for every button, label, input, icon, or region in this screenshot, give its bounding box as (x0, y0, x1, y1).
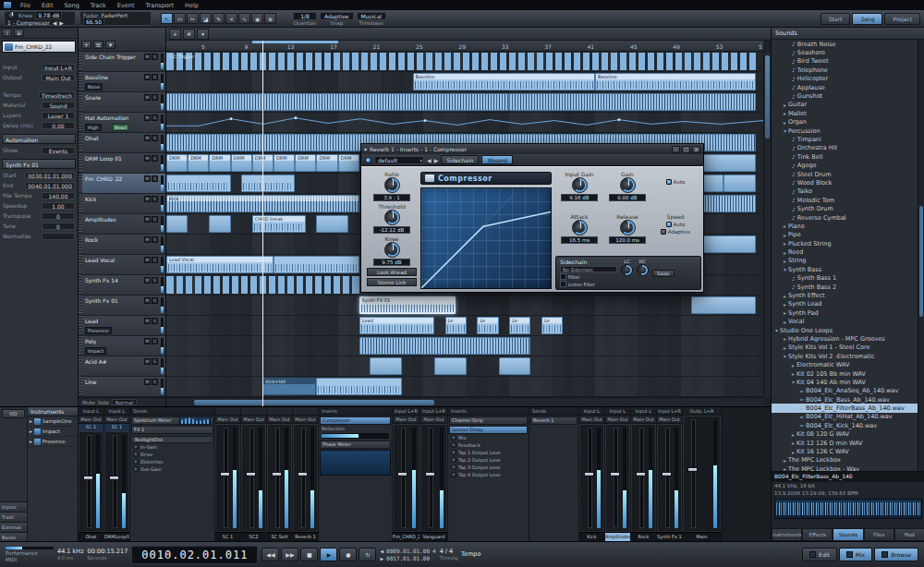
sidechain-button[interactable]: Sidechain (441, 155, 479, 164)
speed-auto-led[interactable] (666, 222, 672, 227)
tool-button[interactable]: ◪ (200, 13, 212, 24)
browser-tree-item[interactable]: Organ (772, 118, 918, 127)
tree-item-icon[interactable] (784, 249, 786, 256)
tree-item-icon[interactable] (784, 335, 786, 342)
channel-input-label[interactable] (293, 407, 318, 416)
param-knob[interactable] (451, 450, 456, 455)
fader-handle[interactable] (584, 472, 594, 477)
fader-handle[interactable] (272, 472, 282, 477)
horizontal-scrollbar[interactable] (166, 397, 763, 406)
browser-tree-item[interactable]: Applause (772, 83, 918, 91)
tree-item-icon[interactable] (792, 197, 796, 203)
transport-button[interactable]: ■ (300, 548, 318, 561)
solo-button[interactable]: S (152, 94, 158, 101)
vertical-scrollbar[interactable] (763, 52, 771, 397)
send-slot[interactable]: FX 1 (131, 426, 213, 434)
track-drag-handle[interactable] (79, 316, 82, 335)
row-value[interactable]: Layer 1 (42, 112, 75, 119)
channel-name[interactable]: Rock (631, 532, 656, 541)
clip[interactable] (316, 378, 402, 395)
row-value[interactable]: Input L+R (42, 64, 75, 71)
mute-button[interactable]: M (144, 338, 151, 344)
tree-item-icon[interactable] (792, 136, 796, 142)
browser-tree-item[interactable]: Reed (772, 247, 918, 256)
macro-target[interactable]: 1 - Compressor (7, 19, 50, 26)
insert-slot[interactable]: Phase Meter (320, 440, 391, 449)
device-param-row[interactable]: Feedback (448, 441, 529, 449)
clip[interactable]: DRM (295, 154, 316, 172)
window-menu-icon[interactable]: ▾ (364, 146, 367, 152)
clip[interactable] (723, 175, 756, 192)
release-value[interactable]: 120.0 ms (609, 236, 646, 244)
channel-output-label[interactable]: Main Out (241, 416, 266, 424)
param-knob[interactable] (451, 457, 456, 463)
browser-tree-item[interactable]: Studio One Loops (772, 326, 918, 334)
channel-fader-area[interactable] (242, 425, 265, 531)
browser-tree-item[interactable]: Mallet (772, 109, 918, 117)
attack-control[interactable]: Attack 16.5 ms (555, 211, 603, 254)
param-knob[interactable] (451, 435, 456, 440)
macro-knob-icon[interactable] (7, 11, 16, 19)
main-output-channel[interactable]: Outp. L+R Main (683, 407, 722, 541)
clip[interactable]: kick+fall (262, 378, 316, 395)
clip[interactable] (359, 337, 531, 355)
transport-button[interactable]: ● (339, 548, 357, 561)
tree-item-icon[interactable] (784, 301, 786, 308)
channel-name[interactable]: Main (683, 532, 721, 541)
stereo-link-toggle[interactable]: Stereo Link (367, 278, 417, 286)
track-menu-icon[interactable]: ≡ (93, 41, 103, 49)
mute-button[interactable]: M (144, 236, 151, 243)
row-value[interactable]: 0 (42, 212, 75, 220)
secondary-time-display[interactable]: 00:00:15.217 Seconds (88, 549, 128, 561)
mute-button[interactable]: M (144, 318, 151, 324)
channel-output-label[interactable]: Main Out (420, 416, 447, 424)
browser-tree-item[interactable]: Tink Bell (772, 152, 918, 161)
track-drag-handle[interactable] (79, 296, 82, 315)
browser-tree-item[interactable]: Wood Block (772, 178, 918, 187)
tree-item-icon[interactable] (792, 275, 796, 282)
input-gain-value[interactable]: 9.16 dB (561, 194, 598, 201)
clip[interactable]: Lead (359, 317, 434, 334)
param-knob[interactable] (451, 464, 456, 470)
browser-tree-item[interactable]: Seashore (772, 48, 918, 56)
track-name[interactable]: Synth Fx 14 (85, 277, 118, 284)
row-value[interactable]: Timestrech (39, 91, 75, 99)
fader-handle[interactable] (246, 472, 256, 477)
track-drag-handle[interactable] (79, 336, 82, 356)
track-header[interactable]: Synth Fx 01 M S (79, 296, 165, 316)
tool-button[interactable]: ✂ (187, 13, 199, 24)
clip[interactable] (370, 357, 402, 375)
browser-tree-item[interactable]: Synth Lead (772, 300, 918, 308)
track-header[interactable]: Snare M S (79, 92, 165, 113)
channel-name[interactable]: Fm_CHRD_22 (393, 532, 419, 541)
track-name[interactable]: Rock (85, 236, 98, 243)
browser-tree-item[interactable]: Synth Bass (772, 265, 918, 273)
timesig-display[interactable]: 4 / 4 Timesig (440, 549, 457, 561)
tree-item-icon[interactable] (784, 353, 786, 359)
track-header[interactable]: Hat Automation High Read M S (79, 113, 165, 133)
browser-tab[interactable]: Instruments (772, 528, 802, 541)
track-drag-handle[interactable] (79, 235, 82, 254)
knee-value[interactable]: 9.75 dB (373, 259, 410, 266)
instrument-item[interactable]: ▸ Presence (28, 437, 78, 447)
browser-tab[interactable]: Sounds (833, 528, 863, 541)
tool-button[interactable]: ∿ (238, 13, 250, 24)
solo-button[interactable]: S (152, 115, 158, 121)
track-name[interactable]: Fm_CHRD_22 (85, 175, 122, 182)
macro-control-knee[interactable]: Knee9.78 dB 1 - Compressor◀▶ (4, 11, 76, 26)
solo-button[interactable]: S (152, 155, 158, 162)
tree-item-icon[interactable] (792, 431, 795, 438)
info-icon[interactable]: i (2, 29, 12, 37)
device-param-row[interactable]: Mix (448, 434, 529, 441)
fader-handle[interactable] (662, 472, 672, 477)
track-name[interactable]: Bassline (85, 74, 108, 80)
clip[interactable]: Le (509, 317, 530, 334)
tree-item-icon[interactable] (792, 41, 796, 47)
insert-slot[interactable]: Channel Strip (449, 416, 528, 425)
maximize-button[interactable]: ▢ (682, 146, 690, 153)
track-name[interactable]: Line (85, 379, 97, 385)
browser-tree-item[interactable]: Telephone (772, 66, 918, 74)
tree-item-icon[interactable] (784, 127, 786, 134)
row-value[interactable]: 1.00 (42, 202, 75, 210)
tree-item-icon[interactable] (784, 266, 786, 272)
